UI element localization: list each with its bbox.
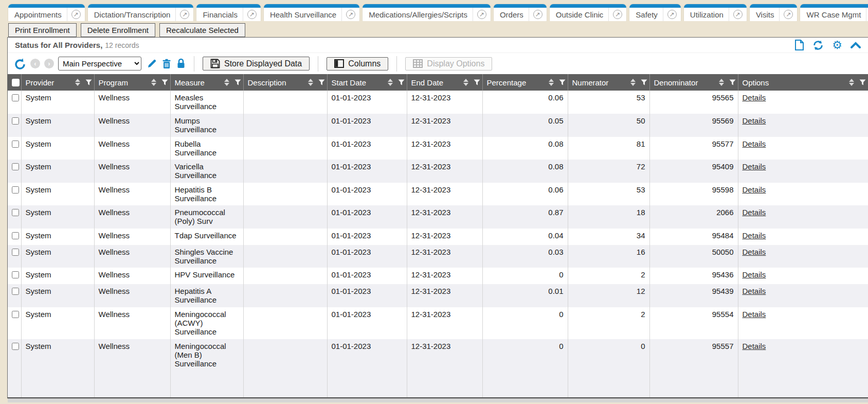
column-header-end-date[interactable]: End Date bbox=[407, 74, 482, 91]
gear-icon[interactable]: ⚙ bbox=[832, 40, 842, 50]
column-header-start-date[interactable]: Start Date bbox=[327, 74, 407, 91]
sort-icon[interactable] bbox=[75, 79, 80, 86]
open-in-new-window-icon[interactable]: ↗ bbox=[67, 10, 85, 19]
store-displayed-data-label: Store Displayed Data bbox=[224, 59, 302, 68]
column-header-provider[interactable]: Provider bbox=[21, 74, 94, 91]
details-link[interactable]: Details bbox=[743, 248, 766, 256]
tab-appointments[interactable]: Appointments↗ bbox=[8, 4, 85, 21]
tab-visits[interactable]: Visits↗ bbox=[750, 4, 798, 21]
row-checkbox[interactable] bbox=[12, 117, 19, 125]
chevron-right-icon[interactable]: › bbox=[44, 59, 54, 68]
filter-funnel-icon[interactable] bbox=[234, 79, 241, 85]
column-header-measure[interactable]: Measure bbox=[170, 74, 243, 91]
column-header-description[interactable]: Description bbox=[243, 74, 327, 91]
row-checkbox[interactable] bbox=[12, 94, 19, 101]
filter-funnel-icon[interactable] bbox=[318, 79, 325, 85]
columns-button[interactable]: Columns bbox=[327, 57, 388, 71]
tab-outside-clinic[interactable]: Outside Clinic↗ bbox=[550, 4, 627, 21]
filter-funnel-icon[interactable] bbox=[161, 79, 168, 85]
filter-funnel-icon[interactable] bbox=[85, 79, 92, 85]
horizontal-scrollbar[interactable] bbox=[8, 398, 868, 402]
filter-funnel-icon[interactable] bbox=[474, 79, 480, 85]
column-header-numerator[interactable]: Numerator bbox=[568, 74, 649, 91]
details-link[interactable]: Details bbox=[743, 231, 766, 240]
column-header-percentage[interactable]: Percentage bbox=[482, 74, 568, 91]
sort-icon[interactable] bbox=[151, 79, 156, 86]
filter-funnel-icon[interactable] bbox=[641, 79, 647, 85]
details-link[interactable]: Details bbox=[743, 342, 766, 350]
tab-safety[interactable]: Safety↗ bbox=[629, 4, 681, 21]
sort-icon[interactable] bbox=[224, 79, 229, 86]
perspective-select[interactable]: Main Perspective bbox=[58, 57, 141, 71]
cell-numerator: 50 bbox=[568, 114, 649, 137]
tab-financials[interactable]: Financials↗ bbox=[196, 4, 261, 21]
sort-icon[interactable] bbox=[549, 79, 554, 86]
sort-icon[interactable] bbox=[388, 79, 393, 86]
sort-icon[interactable] bbox=[849, 79, 854, 86]
details-link[interactable]: Details bbox=[743, 310, 766, 319]
row-checkbox[interactable] bbox=[12, 288, 19, 295]
open-in-new-window-icon[interactable]: ↗ bbox=[243, 10, 261, 19]
details-link[interactable]: Details bbox=[743, 93, 766, 102]
details-link[interactable]: Details bbox=[743, 185, 766, 194]
table-row: SystemWellnessMeasles Surveillance01-01-… bbox=[8, 91, 868, 114]
filter-funnel-icon[interactable] bbox=[559, 79, 566, 85]
cell-program: Wellness bbox=[94, 229, 170, 245]
row-checkbox[interactable] bbox=[12, 209, 19, 216]
print-enrollment-button[interactable]: Print Enrollment bbox=[8, 23, 77, 37]
undo-icon[interactable] bbox=[14, 58, 26, 70]
select-all-checkbox[interactable] bbox=[12, 79, 20, 86]
row-checkbox[interactable] bbox=[12, 140, 19, 148]
column-header-options[interactable]: Options bbox=[738, 74, 868, 91]
tab-utilization[interactable]: Utilization↗ bbox=[684, 4, 747, 21]
filter-funnel-icon[interactable] bbox=[398, 79, 405, 85]
row-checkbox[interactable] bbox=[12, 232, 19, 239]
tab-wr-case-mgmt[interactable]: WR Case Mgmt↗ bbox=[800, 4, 868, 21]
chevron-up-icon[interactable] bbox=[851, 42, 861, 49]
row-checkbox[interactable] bbox=[12, 343, 19, 350]
trash-icon[interactable] bbox=[162, 59, 171, 69]
open-in-new-window-icon[interactable]: ↗ bbox=[529, 10, 547, 19]
cell-options: Details bbox=[738, 160, 868, 183]
delete-enrollment-button[interactable]: Delete Enrollment bbox=[81, 23, 155, 37]
open-in-new-window-icon[interactable]: ↗ bbox=[729, 10, 747, 19]
tab-health-surveillance[interactable]: Health Surveillance↗ bbox=[264, 4, 359, 21]
pencil-icon[interactable] bbox=[147, 59, 157, 69]
details-link[interactable]: Details bbox=[743, 162, 766, 171]
details-link[interactable]: Details bbox=[743, 116, 766, 125]
details-link[interactable]: Details bbox=[743, 139, 766, 148]
row-checkbox[interactable] bbox=[12, 186, 19, 194]
open-in-new-window-icon[interactable]: ↗ bbox=[473, 10, 491, 19]
chevron-left-icon[interactable]: ‹ bbox=[30, 59, 40, 68]
open-in-new-window-icon[interactable]: ↗ bbox=[342, 10, 359, 19]
open-in-new-window-icon[interactable]: ↗ bbox=[609, 10, 626, 19]
column-header-denominator[interactable]: Denominator bbox=[649, 74, 738, 91]
details-link[interactable]: Details bbox=[743, 270, 766, 279]
row-checkbox[interactable] bbox=[12, 163, 19, 170]
column-header-program[interactable]: Program bbox=[94, 74, 170, 91]
open-in-new-window-icon[interactable]: ↗ bbox=[663, 10, 681, 19]
sort-icon[interactable] bbox=[719, 79, 724, 86]
details-link[interactable]: Details bbox=[743, 287, 766, 295]
table-row: SystemWellnessHPV Surveillance01-01-2023… bbox=[8, 268, 868, 284]
recalculate-selected-button[interactable]: Recalculate Selected bbox=[159, 23, 245, 37]
details-link[interactable]: Details bbox=[743, 208, 766, 217]
tab-dictation-transcription[interactable]: Dictation/Transcription↗ bbox=[88, 4, 194, 21]
new-document-icon[interactable] bbox=[794, 40, 804, 51]
store-displayed-data-button[interactable]: Store Displayed Data bbox=[203, 57, 310, 71]
lock-icon[interactable] bbox=[176, 58, 186, 69]
tab-accent-bar bbox=[800, 4, 868, 8]
sort-icon[interactable] bbox=[463, 79, 468, 86]
open-in-new-window-icon[interactable]: ↗ bbox=[780, 10, 797, 19]
filter-funnel-icon[interactable] bbox=[729, 79, 736, 85]
row-checkbox[interactable] bbox=[12, 271, 19, 278]
tab-orders[interactable]: Orders↗ bbox=[494, 4, 547, 21]
refresh-icon[interactable] bbox=[812, 40, 824, 51]
sort-icon[interactable] bbox=[630, 79, 636, 86]
tab-medications-allergies-scripts[interactable]: Medications/Allergies/Scripts↗ bbox=[363, 4, 491, 21]
sort-icon[interactable] bbox=[308, 79, 313, 86]
row-checkbox[interactable] bbox=[12, 249, 19, 256]
filter-funnel-icon[interactable] bbox=[859, 79, 866, 85]
open-in-new-window-icon[interactable]: ↗ bbox=[176, 10, 193, 19]
row-checkbox[interactable] bbox=[12, 311, 19, 318]
